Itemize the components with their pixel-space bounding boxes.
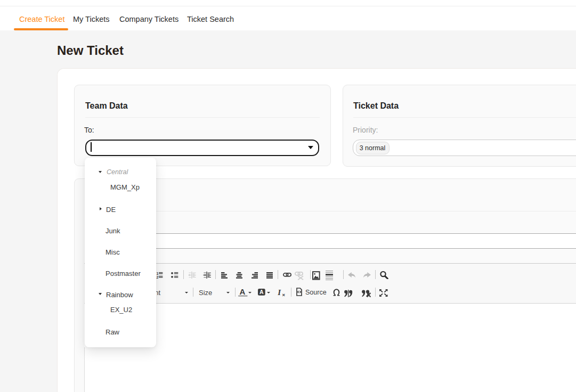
svg-text:I: I — [277, 288, 281, 297]
svg-text:A: A — [259, 289, 264, 295]
svg-text:×: × — [282, 292, 286, 297]
svg-text:1: 1 — [156, 272, 158, 275]
svg-text:2: 2 — [156, 275, 158, 279]
svg-text:A: A — [239, 288, 245, 296]
